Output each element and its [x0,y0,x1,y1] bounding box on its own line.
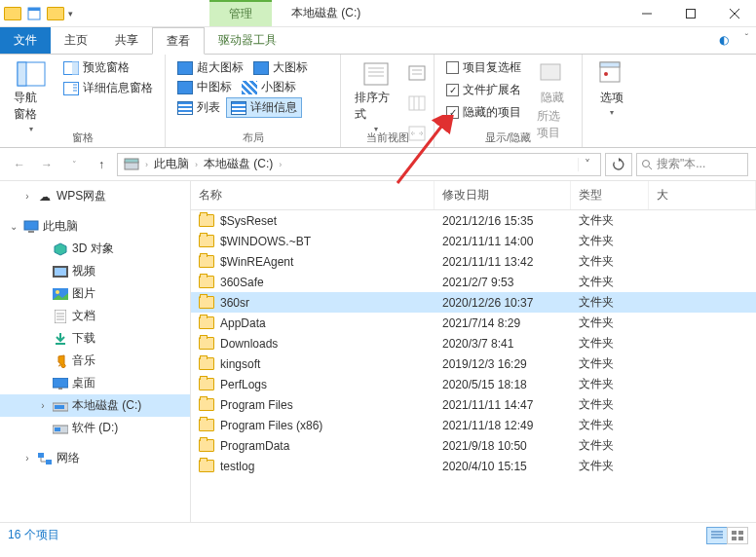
file-row[interactable]: PerfLogs2020/5/15 18:18文件夹 [191,374,756,394]
file-row[interactable]: $WinREAgent2021/11/11 13:42文件夹 [191,251,756,272]
column-type[interactable]: 类型 [571,181,649,209]
file-date: 2021/11/11 13:42 [435,251,571,272]
tree-c-drive[interactable]: ›本地磁盘 (C:) [0,394,190,417]
file-type: 文件夹 [571,374,649,394]
tab-view[interactable]: 查看 [152,27,205,55]
file-type: 文件夹 [571,210,649,231]
sort-by-label: 排序方式 [355,90,397,123]
nav-back-button[interactable]: ← [8,153,31,176]
tree-3d[interactable]: 3D 对象 [0,238,190,260]
svg-rect-52 [46,460,52,464]
view-icons-toggle[interactable] [727,527,748,544]
svg-rect-48 [55,405,64,409]
tab-drive-tools[interactable]: 驱动器工具 [205,27,290,54]
file-name: 360Safe [220,276,264,289]
file-row[interactable]: $WINDOWS.~BT2021/11/11 14:00文件夹 [191,231,756,251]
folder-icon [199,378,214,390]
file-row[interactable]: Program Files2021/11/11 14:47文件夹 [191,394,756,415]
folder-icon [199,419,214,431]
file-row[interactable]: 360Safe2021/2/7 9:53文件夹 [191,272,756,292]
details-pane-button[interactable]: 详细信息窗格 [59,79,157,97]
column-headers[interactable]: 名称 修改日期 类型 大 [191,181,756,210]
chevron-right-icon[interactable]: › [143,160,150,169]
close-button[interactable] [712,0,756,27]
breadcrumb-this-pc[interactable]: 此电脑 [152,156,191,172]
layout-details[interactable]: 详细信息 [226,97,302,118]
file-row[interactable]: testlog2020/4/10 15:15文件夹 [191,456,756,476]
tree-downloads[interactable]: 下载 [0,327,190,350]
documents-icon [53,310,68,323]
column-date[interactable]: 修改日期 [435,181,571,209]
file-type: 文件夹 [571,272,649,292]
explorer-icon [4,5,21,22]
file-row[interactable]: ProgramData2021/9/18 10:50文件夹 [191,435,756,456]
ribbon-collapse-icon[interactable]: ˇ [745,33,748,44]
svg-rect-7 [18,62,26,86]
folder-icon [199,357,214,370]
tree-network[interactable]: ›网络 [0,447,190,469]
column-size[interactable]: 大 [649,181,756,209]
file-row[interactable]: kingsoft2019/12/3 16:29文件夹 [191,353,756,374]
layout-list[interactable]: 列表 [173,97,224,118]
titlebar: ▾ 管理 本地磁盘 (C:) [0,0,756,27]
chevron-right-icon[interactable]: › [193,160,200,169]
tree-d-drive[interactable]: 软件 (D:) [0,417,190,439]
minimize-button[interactable] [624,0,668,27]
file-row[interactable]: 360sr2020/12/26 10:37文件夹 [191,292,756,313]
nav-up-button[interactable]: ↑ [90,153,113,176]
breadcrumb-drive-icon[interactable] [122,158,141,171]
file-listing: 名称 修改日期 类型 大 $SysReset2021/12/16 15:35文件… [191,181,756,522]
layout-medium[interactable]: 中图标 [173,78,236,96]
nav-forward-button[interactable]: → [35,153,58,176]
maximize-button[interactable] [668,0,712,27]
contextual-tab-manage[interactable]: 管理 [209,0,272,26]
layout-extra-large[interactable]: 超大图标 [173,58,247,77]
tree-music[interactable]: 音乐 [0,350,190,372]
qat-customize-icon[interactable]: ▾ [68,9,73,19]
breadcrumb-c-drive[interactable]: 本地磁盘 (C:) [202,156,275,172]
tab-file[interactable]: 文件 [0,27,51,54]
file-row[interactable]: AppData2021/7/14 8:29文件夹 [191,313,756,333]
file-row[interactable]: $SysReset2021/12/16 15:35文件夹 [191,210,756,231]
chevron-right-icon[interactable]: › [277,160,284,169]
breadcrumb[interactable]: › 此电脑 › 本地磁盘 (C:) › ˅ [117,153,601,176]
preview-pane-button[interactable]: 预览窗格 [59,58,157,77]
file-extensions-toggle[interactable]: ✓文件扩展名 [442,81,525,99]
svg-rect-3 [686,9,695,18]
group-by-icon[interactable] [408,65,426,81]
item-checkboxes-toggle[interactable]: 项目复选框 [442,58,525,77]
file-row[interactable]: Program Files (x86)2021/11/18 12:49文件夹 [191,415,756,435]
view-details-toggle[interactable] [706,527,728,544]
tree-documents[interactable]: 文档 [0,305,190,327]
tab-home[interactable]: 主页 [51,27,101,54]
column-name[interactable]: 名称 [191,181,435,209]
layout-large[interactable]: 大图标 [249,58,312,77]
tree-this-pc[interactable]: ⌄此电脑 [0,215,190,238]
svg-rect-37 [55,268,66,276]
breadcrumb-dropdown[interactable]: ˅ [578,158,596,171]
hidden-items-toggle[interactable]: ✓隐藏的项目 [442,103,525,122]
search-input[interactable]: 搜索"本... [636,153,748,176]
nav-recent-dropdown[interactable]: ˅ [62,153,86,176]
refresh-button[interactable] [605,153,632,176]
svg-rect-35 [28,231,34,233]
svg-rect-31 [125,159,138,163]
navigation-tree[interactable]: ›☁WPS网盘 ⌄此电脑 3D 对象 视频 图片 文档 下载 音乐 桌面 ›本地… [0,181,191,522]
file-type: 文件夹 [571,333,649,353]
qat-properties-icon[interactable] [25,5,43,22]
qat-folder-icon[interactable] [47,5,64,22]
tab-share[interactable]: 共享 [101,27,152,54]
file-date: 2019/12/3 16:29 [435,353,571,374]
file-list[interactable]: $SysReset2021/12/16 15:35文件夹$WINDOWS.~BT… [191,210,756,522]
tree-desktop[interactable]: 桌面 [0,372,190,394]
options-button[interactable]: 选项 ▾ [590,58,633,147]
video-icon [53,265,68,278]
tree-wps[interactable]: ›☁WPS网盘 [0,185,190,207]
tree-pictures[interactable]: 图片 [0,282,190,305]
help-icon[interactable]: ◐ [719,33,729,47]
group-layout-label: 布局 [166,130,340,145]
layout-small[interactable]: 小图标 [238,78,300,96]
tree-video[interactable]: 视频 [0,260,190,282]
file-row[interactable]: Downloads2020/3/7 8:41文件夹 [191,333,756,353]
file-date: 2021/12/16 15:35 [435,210,571,231]
